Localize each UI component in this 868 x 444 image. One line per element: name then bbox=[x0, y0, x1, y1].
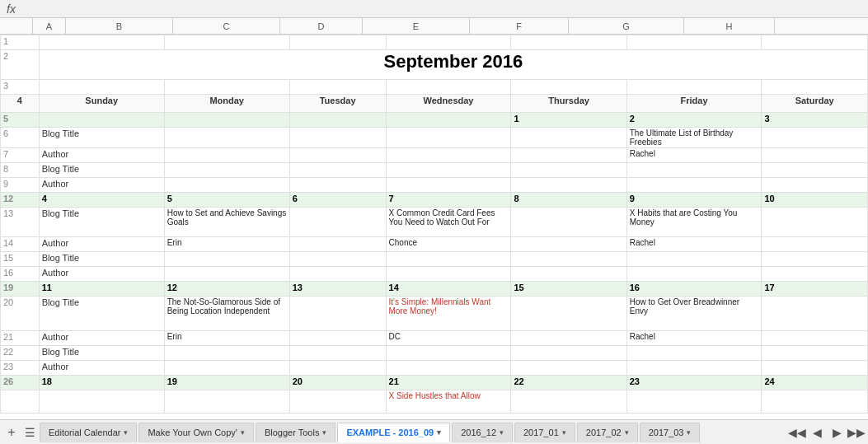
rownum-15: 15 bbox=[1, 252, 40, 267]
w3-sun: 11 bbox=[39, 282, 164, 297]
col-header-g: G bbox=[569, 18, 684, 34]
w2-label-author2: Author bbox=[39, 267, 164, 282]
week3-row-20: 20 Blog Title The Not-So-Glamorous Side … bbox=[1, 297, 868, 331]
w4-wed-blogtitle: X Side Hustles that Allow bbox=[386, 390, 511, 414]
tab-example-arrow: ▾ bbox=[437, 428, 441, 437]
rownum-19: 19 bbox=[1, 282, 40, 297]
w2-fri-blogtitle: X Habits that are Costing You Money bbox=[626, 208, 762, 237]
w2-sat: 10 bbox=[762, 193, 868, 208]
week4-row-content: X Side Hustles that Allow bbox=[1, 390, 868, 414]
tab-editorial-calendar-label: Editorial Calendar bbox=[49, 428, 120, 437]
tab-2017-01-label: 2017_01 bbox=[523, 428, 559, 437]
tab-blogger-tools-label: Blogger Tools bbox=[265, 428, 319, 437]
tab-2017-03[interactable]: 2017_03 ▾ bbox=[640, 423, 701, 442]
tab-editorial-calendar[interactable]: Editorial Calendar ▾ bbox=[40, 423, 137, 442]
add-sheet-button[interactable]: + bbox=[3, 424, 20, 441]
w2-fri-author: Rachel bbox=[626, 237, 762, 252]
rownum-6: 6 bbox=[1, 128, 40, 148]
w4-thu: 22 bbox=[511, 376, 626, 390]
w4-mon-date: 19 bbox=[164, 376, 289, 390]
w4-tue: 20 bbox=[289, 376, 386, 390]
w3-mon-blogtitle: The Not-So-Glamorous Side of Being Locat… bbox=[164, 297, 289, 331]
w2-mon-author: Erin bbox=[164, 237, 289, 252]
tab-2016-12-arrow: ▾ bbox=[500, 428, 504, 437]
week2-row-13: 13 Blog Title How to Set and Achieve Sav… bbox=[1, 208, 868, 237]
rownum-22: 22 bbox=[1, 346, 40, 361]
sheet-menu-button[interactable]: ☰ bbox=[21, 424, 38, 441]
tab-nav-next[interactable]: ▶ bbox=[828, 424, 845, 441]
tab-navigation: ◀◀ ◀ ▶ ▶▶ bbox=[789, 424, 865, 441]
w1-wed bbox=[386, 113, 511, 128]
tab-nav-prev[interactable]: ◀ bbox=[809, 424, 825, 441]
w3-sat: 17 bbox=[762, 282, 868, 297]
rownum-2: 2 bbox=[1, 50, 40, 80]
col-header-a: A bbox=[33, 18, 66, 34]
w1-thu: 1 bbox=[511, 113, 626, 128]
w2-label-blogtitle2: Blog Title bbox=[39, 252, 164, 267]
w2-mon-date: 5 bbox=[164, 193, 289, 208]
rownum-5: 5 bbox=[1, 113, 40, 128]
header-tuesday: Tuesday bbox=[289, 95, 386, 113]
tab-nav-first[interactable]: ◀◀ bbox=[789, 424, 805, 441]
week3-row-21: 21 Author Erin DC Rachel bbox=[1, 331, 868, 346]
w3-wed-author: DC bbox=[386, 331, 511, 346]
tab-2017-02[interactable]: 2017_02 ▾ bbox=[577, 423, 638, 442]
rownum-4: 4 bbox=[1, 95, 40, 113]
formula-bar: fx bbox=[0, 0, 868, 18]
week3-row-22: 22 Blog Title bbox=[1, 346, 868, 361]
header-saturday: Saturday bbox=[762, 95, 868, 113]
w3-label-author2: Author bbox=[39, 361, 164, 376]
tab-blogger-tools[interactable]: Blogger Tools ▾ bbox=[256, 423, 335, 442]
w4-wed-date: 21 bbox=[386, 376, 511, 390]
tab-2016-12-label: 2016_12 bbox=[461, 428, 496, 437]
rownum-9: 9 bbox=[1, 178, 40, 193]
week3-row-23: 23 Author bbox=[1, 361, 868, 376]
tab-2017-01[interactable]: 2017_01 ▾ bbox=[514, 423, 575, 442]
week1-row-9: 9 Author bbox=[1, 178, 868, 193]
rownum-16: 16 bbox=[1, 267, 40, 282]
tab-2016-12[interactable]: 2016_12 ▾ bbox=[452, 423, 513, 442]
week1-row-6: 6 Blog Title The Ultimate List of Birthd… bbox=[1, 128, 868, 148]
tab-2017-03-arrow: ▾ bbox=[687, 428, 691, 437]
tab-make-copy[interactable]: Make Your Own Copy' ▾ bbox=[138, 423, 254, 442]
header-sunday: Sunday bbox=[39, 95, 164, 113]
tab-2017-01-arrow: ▾ bbox=[562, 428, 566, 437]
week1-row-7: 7 Author Rachel bbox=[1, 148, 868, 163]
tab-blogger-tools-arrow: ▾ bbox=[322, 428, 326, 437]
week2-date-row: 12 4 5 6 7 8 9 10 bbox=[1, 193, 868, 208]
col-header-c: C bbox=[173, 18, 280, 34]
w1-label-blogtitle: Blog Title bbox=[39, 128, 164, 148]
week1-row-8: 8 Blog Title bbox=[1, 163, 868, 178]
week2-row-15: 15 Blog Title bbox=[1, 252, 868, 267]
w3-wed-date: 14 bbox=[386, 282, 511, 297]
col-header-e: E bbox=[363, 18, 470, 34]
w1-tue bbox=[289, 113, 386, 128]
w3-label-blogtitle2: Blog Title bbox=[39, 346, 164, 361]
header-monday: Monday bbox=[164, 95, 289, 113]
w3-label-blogtitle: Blog Title bbox=[39, 297, 164, 331]
sheet-container: 1 2 September 2016 3 4 Sunday Monday Tue… bbox=[0, 35, 868, 419]
w1-fri-date: 2 bbox=[626, 113, 762, 128]
rownum-13: 13 bbox=[1, 208, 40, 237]
week2-row-14: 14 Author Erin Chonce Rachel bbox=[1, 237, 868, 252]
w1-sat: 3 bbox=[762, 113, 868, 128]
tab-2017-02-arrow: ▾ bbox=[625, 428, 629, 437]
w3-fri-blogtitle: How to Get Over Breadwinner Envy bbox=[626, 297, 762, 331]
row-3: 3 bbox=[1, 80, 868, 95]
w1-fri-blogtitle: The Ultimate List of Birthday Freebies bbox=[626, 128, 762, 148]
rownum-week4-content bbox=[1, 390, 40, 414]
tab-nav-last[interactable]: ▶▶ bbox=[848, 424, 865, 441]
rownum-26: 26 bbox=[1, 376, 40, 390]
tab-editorial-calendar-arrow: ▾ bbox=[124, 428, 128, 437]
tab-example-2016-09[interactable]: EXAMPLE - 2016_09 ▾ bbox=[337, 423, 450, 442]
w3-fri-date: 16 bbox=[626, 282, 762, 297]
w1-sun bbox=[39, 113, 164, 128]
col-header-d: D bbox=[280, 18, 363, 34]
header-wednesday: Wednesday bbox=[386, 95, 511, 113]
w4-fri-date: 23 bbox=[626, 376, 762, 390]
tab-make-copy-arrow: ▾ bbox=[241, 428, 245, 437]
rownum-8: 8 bbox=[1, 163, 40, 178]
rownum-3: 3 bbox=[1, 80, 40, 95]
w1-mon bbox=[164, 113, 289, 128]
w2-fri-date: 9 bbox=[626, 193, 762, 208]
